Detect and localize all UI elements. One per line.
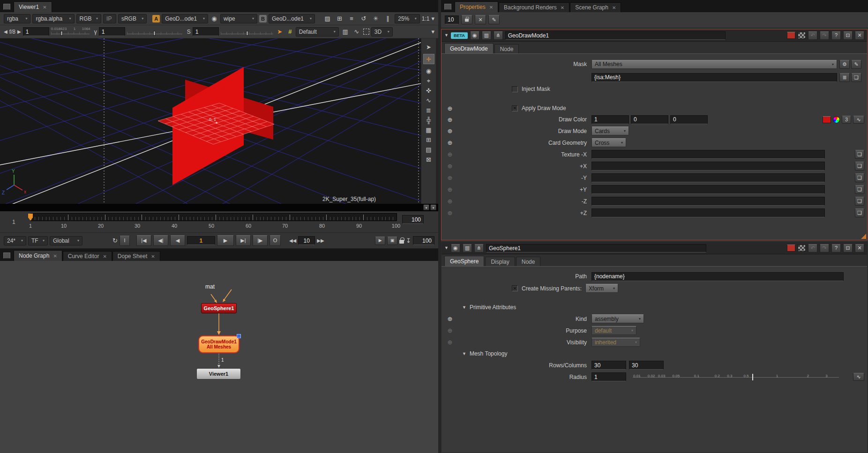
knob-default-icon[interactable]: ⊕ (441, 163, 458, 170)
columns-input[interactable]: 30 (629, 361, 664, 370)
knob-default-icon[interactable]: ⊕ (441, 327, 458, 334)
color-channel-count-button[interactable]: 3 (842, 116, 851, 124)
max-panels-input[interactable]: 10 (445, 15, 459, 24)
node-viewer1[interactable]: Viewer1 (196, 368, 241, 379)
collapse-icon[interactable]: ▼ (444, 246, 449, 250)
lookahead-curve-icon[interactable]: ∿ (352, 29, 361, 35)
float-panel-icon[interactable]: ⊡ (843, 244, 853, 252)
step-forward-button[interactable]: ▶| (236, 235, 251, 246)
float-panel-icon[interactable]: ⊡ (843, 31, 853, 40)
zoom-dropdown[interactable]: 25%▾ (395, 14, 420, 23)
knob-default-icon[interactable]: ⊕ (441, 105, 458, 112)
node-geosphere1[interactable]: GeoSphere1 (201, 303, 237, 313)
display-style-dropdown[interactable]: RGB▾ (76, 14, 102, 23)
viewer-colorspace-dropdown[interactable]: sRGB▾ (118, 14, 147, 23)
close-icon[interactable]: ✕ (103, 254, 106, 259)
mask-browse-icon[interactable]: ❏ (851, 73, 861, 82)
roi-icon[interactable]: ✳ (371, 15, 381, 22)
close-icon[interactable]: ✕ (489, 5, 493, 10)
knob-default-icon[interactable]: ⊕ (441, 209, 458, 216)
pane-menu-icon[interactable] (3, 4, 10, 10)
toolbar2-overflow-icon[interactable]: ▾ (431, 29, 434, 35)
knob-default-icon[interactable]: ⊕ (441, 127, 458, 134)
pane-menu-icon[interactable] (3, 252, 10, 259)
frame-increment-input[interactable]: 10 (298, 236, 315, 245)
timeline-ruler[interactable] (30, 213, 397, 221)
help-button[interactable]: ? (831, 244, 841, 252)
visible-range-end-input[interactable]: 100 (402, 215, 424, 224)
node-name-input[interactable]: GeoSphere1 (486, 244, 706, 252)
input-b-dropdown[interactable]: GeoD...ode1▾ (269, 14, 315, 23)
rotate-tool-icon[interactable]: ◉ (426, 68, 431, 74)
tab-geodrawmode[interactable]: GeoDrawMode (444, 43, 494, 53)
tab-properties[interactable]: Properties✕ (455, 1, 498, 12)
bbox-icon[interactable]: ⊞ (426, 137, 431, 143)
viewport-3d[interactable]: 0, 1 Y x Z 2K_Super_35(full-ap) (0, 38, 421, 204)
center-in-dag-icon[interactable]: ◉ (451, 244, 460, 252)
node-color-swatch[interactable] (787, 32, 795, 39)
close-panel-icon[interactable]: ✕ (855, 244, 864, 252)
close-icon[interactable]: ✕ (561, 5, 564, 10)
mask-expression-input[interactable]: {isa:Mesh} (591, 73, 837, 82)
forward-increment-icon[interactable]: ▶▶ (317, 238, 324, 243)
goto-end-button[interactable]: |▶ (253, 235, 268, 246)
pause-icon[interactable]: ∥ (383, 15, 393, 22)
wipe-dropdown[interactable]: wipe▾ (220, 14, 257, 23)
visibility-dropdown[interactable]: inherited▾ (591, 338, 640, 347)
draw-color-g-input[interactable]: 0 (631, 115, 668, 124)
input-a-dropdown[interactable]: GeoD...ode1▾ (162, 14, 208, 23)
apply-draw-mode-checkbox[interactable]: ✕ (512, 105, 518, 111)
file-browse-icon[interactable]: ❏ (855, 150, 864, 159)
slider-handle[interactable] (153, 31, 156, 36)
undo-icon[interactable]: ↶ (808, 31, 817, 40)
rows-input[interactable]: 30 (591, 361, 626, 370)
tab-scene-graph[interactable]: Scene Graph✕ (570, 2, 621, 12)
undo-icon[interactable]: ↶ (808, 244, 817, 252)
translate-tool-icon[interactable]: ✛ (423, 54, 434, 64)
tab-node2[interactable]: Node (516, 257, 541, 266)
help-button[interactable]: ? (831, 31, 841, 40)
lock-panels-icon[interactable] (465, 19, 469, 22)
mask-dropdown[interactable]: All Meshes▾ (591, 60, 837, 69)
color-wheel-icon[interactable] (833, 116, 840, 123)
panel-resize-grip[interactable] (861, 234, 866, 239)
texture-neg-z-input[interactable] (591, 197, 825, 206)
draw-color-swatch[interactable] (823, 116, 831, 123)
gamma-input[interactable]: 1 (99, 27, 125, 36)
node-graph-canvas[interactable]: mat GeoSphere1 GeoDrawMode1 All Meshes 1… (0, 261, 438, 453)
redo-icon[interactable]: ↷ (820, 31, 829, 40)
view-mode-dropdown[interactable]: 3D▾ (371, 27, 393, 37)
texture-neg-x-input[interactable] (591, 150, 825, 159)
create-missing-parents-checkbox[interactable]: ✕ (512, 285, 518, 291)
wipe-center-icon[interactable]: ◉ (210, 15, 218, 22)
knob-default-icon[interactable]: ⊕ (441, 339, 458, 346)
group-collapse-icon[interactable]: ▼ (462, 305, 466, 310)
knob-default-icon[interactable]: ⊕ (441, 116, 458, 123)
file-browse-icon[interactable]: ❏ (855, 185, 864, 194)
lock-range-icon[interactable] (399, 240, 404, 244)
saturation-slider[interactable] (221, 28, 273, 36)
gain-toggle-icon[interactable]: ➤ (275, 29, 284, 35)
render-region-icon[interactable]: ▣ (387, 237, 397, 245)
resolution-gate-icon[interactable]: ⊠ (426, 156, 431, 163)
animation-curve-icon[interactable]: ∿ (853, 373, 864, 381)
file-browse-icon[interactable]: ❏ (855, 162, 864, 171)
path-input[interactable]: {nodename} (591, 272, 844, 281)
tab-display[interactable]: Display (485, 257, 515, 266)
select-tool-icon[interactable]: ➤ (426, 44, 431, 50)
prev-keyframe-button[interactable]: ◀| (153, 235, 168, 246)
tab-viewer1[interactable]: Viewer1 ✕ (14, 1, 52, 12)
clear-panels-icon[interactable]: ✕ (475, 15, 486, 24)
tab-geosphere[interactable]: GeoSphere (444, 256, 484, 266)
node-name-input[interactable]: GeoDrawMode1 (505, 31, 726, 40)
texture-pos-x-input[interactable] (591, 162, 825, 171)
curve-tool-icon[interactable]: ∿ (426, 97, 431, 104)
collapse-icon[interactable]: ▼ (444, 33, 449, 37)
slider-handle[interactable] (246, 31, 248, 36)
close-icon[interactable]: ✕ (43, 5, 46, 10)
primitive-attributes-group[interactable]: ▼ Primitive Attributes (441, 302, 867, 313)
animation-curve-icon[interactable]: ∿ (853, 116, 864, 124)
group-collapse-icon[interactable]: ▼ (462, 352, 466, 356)
channel-mask-icon[interactable] (798, 32, 806, 39)
set-in-button[interactable]: I (120, 236, 130, 246)
